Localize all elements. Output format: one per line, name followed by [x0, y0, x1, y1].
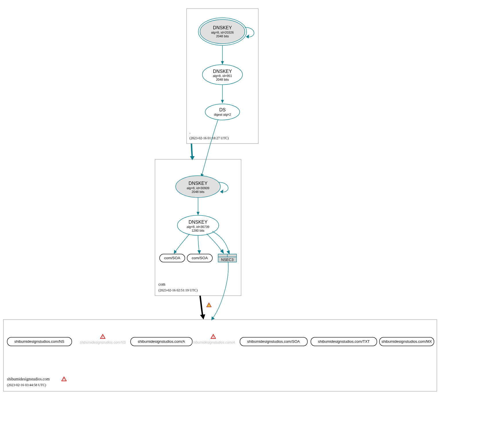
edge-com-domain-insecure — [200, 296, 203, 316]
edge-root-zsk-ds-arrow — [221, 100, 224, 103]
dnssec-diagram: . (2023-02-16 01:18:27 UTC) DNSKEY alg=8… — [0, 0, 504, 424]
com-soa-1-label: com/SOA — [164, 256, 180, 260]
root-ksk-selfloop-arrow — [246, 34, 249, 38]
com-nsec3-label: NSEC3 — [221, 258, 233, 262]
com-ksk-line3: 2048 bits — [192, 190, 205, 193]
com-zsk-line3: 1280 bits — [192, 229, 205, 232]
edge-com-domain-insecure-arrow — [200, 314, 205, 320]
edge-zsk-nsec3-2-arrow — [226, 250, 230, 254]
root-zone-timestamp: (2023-02-16 01:18:27 UTC) — [189, 136, 229, 140]
edge-nsec3-domain — [212, 262, 228, 319]
com-zone-timestamp: (2023-02-16 02:51:19 UTC) — [158, 288, 198, 292]
rrset-txt-label: shibumidesignstudios.com/TXT — [318, 339, 370, 344]
com-zone-label: com — [158, 282, 165, 286]
edge-com-ksk-zsk-arrow — [197, 212, 199, 215]
edge-root-com-thick-arrow — [190, 156, 195, 160]
root-ksk-title: DNSKEY — [213, 25, 232, 30]
svg-text:!: ! — [63, 378, 64, 381]
rrset-soa-label: shibumidesignstudios.com/SOA — [247, 339, 300, 344]
svg-text:!: ! — [102, 335, 103, 338]
ghost-a: ! shibumidesignstudios.com/A — [191, 334, 235, 344]
ghost-ns: ! shibumidesignstudios.com/NS — [80, 334, 126, 344]
ghost-ns-label: shibumidesignstudios.com/NS — [80, 340, 126, 344]
com-zsk-title: DNSKEY — [189, 220, 208, 224]
svg-text:!: ! — [208, 304, 209, 307]
warning-icon: ! — [62, 377, 66, 381]
root-ksk-line2: alg=8, id=20326 — [211, 31, 234, 34]
root-ksk-line3: 2048 bits — [216, 34, 229, 38]
domain-zone-box — [3, 320, 437, 391]
domain-zone-timestamp: (2023-02-16 03:44:58 UTC) — [7, 383, 46, 387]
ghost-a-label: shibumidesignstudios.com/A — [191, 340, 235, 344]
edge-root-com-thick — [191, 144, 192, 157]
root-zsk-line3: 2048 bits — [216, 78, 229, 81]
com-ksk-selfloop-arrow — [220, 189, 223, 193]
com-nsec3: NSEC3 — [218, 254, 237, 262]
root-zsk-title: DNSKEY — [213, 69, 232, 74]
domain-zone-label: shibumidesignstudios.com — [7, 377, 50, 381]
com-zsk-line2: alg=8, id=36739 — [187, 225, 210, 229]
root-ds-line2: digest alg=2 — [214, 113, 231, 116]
rrset-a-label: shibumidesignstudios.com/A — [138, 339, 185, 344]
com-ksk-title: DNSKEY — [189, 181, 208, 186]
root-zone-label: . — [189, 130, 191, 134]
com-soa-2-label: com/SOA — [192, 256, 208, 260]
edge-zsk-soa2-arrow — [197, 250, 201, 254]
edge-ds-comksk — [202, 119, 218, 175]
edge-zsk-soa2 — [198, 235, 199, 252]
edge-zsk-nsec3-1 — [207, 234, 222, 252]
warning-icon: ! — [207, 303, 211, 307]
rrset-mx-label: shibumidesignstudios.com/MX — [381, 339, 432, 344]
edge-zsk-soa1 — [175, 234, 189, 252]
edge-root-ksk-zsk-arrow — [221, 61, 224, 65]
svg-text:!: ! — [213, 335, 214, 338]
root-zsk-line2: alg=8, id=951 — [213, 74, 232, 78]
rrset-ns-label: shibumidesignstudios.com/NS — [14, 339, 64, 344]
root-ds-title: DS — [219, 107, 226, 112]
com-ksk-line2: alg=8, id=30909 — [187, 186, 210, 190]
edge-nsec3-domain-arrow — [211, 316, 215, 320]
